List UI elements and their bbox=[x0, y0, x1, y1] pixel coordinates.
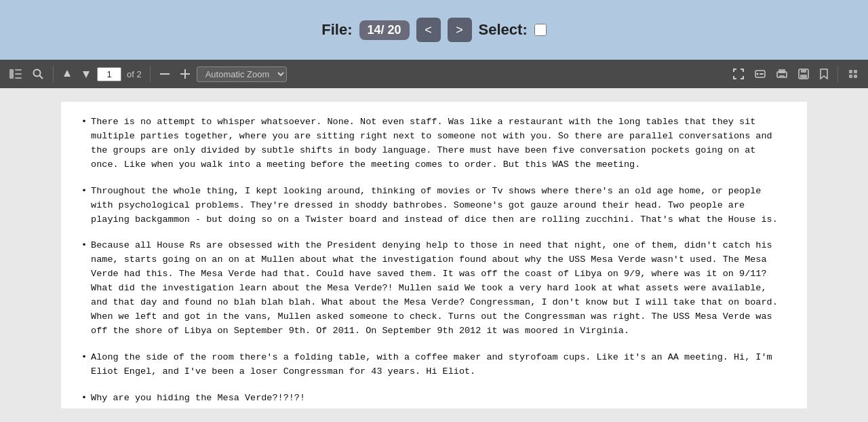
fullscreen-button[interactable] bbox=[729, 66, 748, 82]
bullet-dot-2: • bbox=[81, 185, 87, 227]
more-icon bbox=[848, 69, 859, 79]
svg-point-12 bbox=[757, 73, 759, 75]
bullet-dot-3: • bbox=[81, 239, 87, 338]
zoom-out-button[interactable] bbox=[156, 70, 174, 78]
save-button[interactable] bbox=[794, 66, 813, 82]
tools-button[interactable] bbox=[751, 66, 770, 82]
svg-rect-23 bbox=[854, 75, 857, 78]
paragraph-1-text: There is no attempt to whisper whatsoeve… bbox=[91, 115, 787, 172]
bullet-dot-4: • bbox=[81, 351, 87, 379]
select-checkbox[interactable] bbox=[534, 24, 547, 36]
separator-3 bbox=[837, 66, 838, 82]
svg-rect-3 bbox=[15, 77, 22, 79]
page-badge: 14/ 20 bbox=[359, 20, 410, 40]
arrow-down-icon bbox=[82, 69, 90, 79]
zoom-in-button[interactable] bbox=[176, 66, 194, 81]
total-pages: of 2 bbox=[127, 69, 142, 79]
paragraph-3-text: Because all House Rs are obsessed with t… bbox=[91, 239, 787, 338]
paragraph-5-text: Why are you hiding the Mesa Verde?!?!?! bbox=[91, 391, 787, 406]
bookmark-button[interactable] bbox=[816, 66, 832, 82]
separator-1 bbox=[53, 66, 54, 82]
svg-point-4 bbox=[34, 70, 41, 77]
svg-rect-8 bbox=[160, 73, 170, 75]
paragraph-4-text: Along the side of the room there's a fol… bbox=[91, 351, 787, 379]
print-button[interactable] bbox=[772, 66, 791, 82]
paragraph-5: • Why are you hiding the Mesa Verde?!?!?… bbox=[81, 391, 787, 406]
sidebar-icon bbox=[9, 69, 22, 79]
zoom-out-icon bbox=[160, 73, 170, 75]
prev-toolbar-button[interactable] bbox=[59, 66, 75, 82]
search-icon bbox=[33, 69, 43, 79]
svg-rect-13 bbox=[760, 73, 764, 75]
svg-rect-21 bbox=[854, 70, 857, 73]
svg-rect-18 bbox=[801, 69, 806, 73]
top-bar: File: 14/ 20 < > Select: bbox=[0, 0, 868, 60]
svg-rect-16 bbox=[779, 75, 785, 78]
search-button[interactable] bbox=[28, 66, 47, 82]
pdf-page: • There is no attempt to whisper whatsoe… bbox=[61, 102, 807, 408]
zoom-select[interactable]: Automatic Zoom 50% 75% 100% 125% 150% 20… bbox=[197, 66, 287, 82]
zoom-in-icon bbox=[180, 69, 190, 79]
save-icon bbox=[798, 69, 809, 79]
next-toolbar-button[interactable] bbox=[78, 66, 94, 82]
svg-marker-6 bbox=[64, 70, 71, 77]
select-label: Select: bbox=[479, 21, 528, 39]
tools-icon bbox=[755, 69, 766, 79]
paragraph-2: • Throughout the whole thing, I kept loo… bbox=[81, 185, 787, 227]
svg-rect-14 bbox=[778, 69, 785, 73]
svg-rect-22 bbox=[849, 75, 852, 78]
svg-line-5 bbox=[40, 76, 43, 79]
print-icon bbox=[776, 69, 787, 79]
svg-rect-0 bbox=[9, 69, 14, 79]
svg-rect-2 bbox=[15, 73, 22, 75]
paragraph-2-text: Throughout the whole thing, I kept looki… bbox=[91, 185, 787, 227]
paragraph-4: • Along the side of the room there's a f… bbox=[81, 351, 787, 379]
prev-page-button[interactable]: < bbox=[416, 18, 441, 42]
page-number-input[interactable] bbox=[97, 67, 121, 81]
bullet-dot-1: • bbox=[81, 115, 87, 172]
sidebar-toggle-button[interactable] bbox=[5, 66, 26, 81]
content-area: • There is no attempt to whisper whatsoe… bbox=[0, 88, 868, 422]
more-button[interactable] bbox=[844, 66, 863, 82]
arrow-up-icon bbox=[63, 69, 71, 79]
next-page-button[interactable]: > bbox=[448, 18, 472, 42]
paragraph-1: • There is no attempt to whisper whatsoe… bbox=[81, 115, 787, 172]
svg-rect-1 bbox=[15, 69, 22, 71]
fullscreen-icon bbox=[733, 69, 744, 79]
bookmark-icon bbox=[820, 69, 828, 79]
svg-rect-19 bbox=[800, 75, 807, 78]
svg-rect-20 bbox=[849, 70, 852, 73]
file-label: File: bbox=[321, 21, 352, 39]
svg-rect-10 bbox=[184, 69, 186, 79]
paragraph-3: • Because all House Rs are obsessed with… bbox=[81, 239, 787, 338]
separator-2 bbox=[150, 66, 151, 82]
svg-marker-7 bbox=[83, 71, 90, 78]
bullet-dot-5: • bbox=[81, 391, 87, 406]
toolbar: of 2 Automatic Zoom 50% 75% 100% 125% 15… bbox=[0, 60, 868, 88]
